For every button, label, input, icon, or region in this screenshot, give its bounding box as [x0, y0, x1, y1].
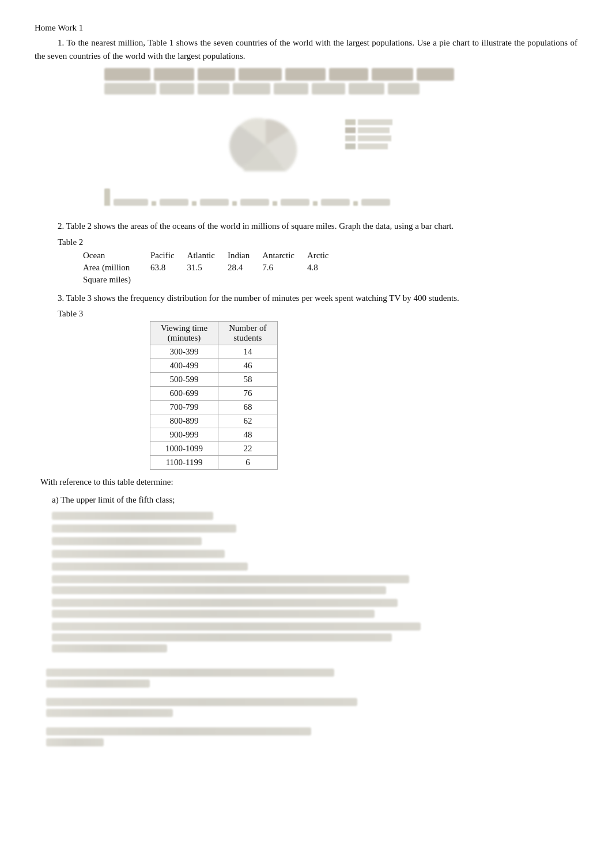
- students-count-cell: 58: [218, 373, 277, 387]
- indian-value: 28.4: [225, 262, 260, 274]
- table3-container: Viewing time (minutes) Number of student…: [150, 321, 577, 470]
- answers-section: [40, 512, 577, 746]
- viewing-time-cell: 400-499: [150, 359, 218, 373]
- table2-label: Table 2: [35, 237, 577, 247]
- table-row: Area (million 63.8 31.5 28.4 7.6 4.8: [81, 262, 339, 274]
- atlantic-header: Atlantic: [185, 250, 225, 262]
- answer-block-i: [40, 669, 577, 688]
- table-row: 1100-11996: [150, 456, 278, 470]
- students-count-cell: 14: [218, 345, 277, 359]
- answer-block-g: [40, 599, 577, 618]
- table1-placeholder: [35, 68, 577, 96]
- students-count-cell: 68: [218, 401, 277, 414]
- students-count-cell: 46: [218, 359, 277, 373]
- question2-text: 2. Table 2 shows the areas of the oceans…: [35, 220, 577, 233]
- subq-a: a) The upper limit of the fifth class;: [52, 493, 577, 507]
- students-count-cell: 22: [218, 442, 277, 456]
- table-row: 600-69976: [150, 387, 278, 401]
- question1-text: 1. To the nearest million, Table 1 shows…: [35, 36, 577, 62]
- arctic-value: 4.8: [305, 262, 339, 274]
- col1-header: Viewing time (minutes): [150, 322, 218, 345]
- question3-text: 3. Table 3 shows the frequency distribut…: [35, 292, 577, 305]
- pie-chart-placeholder: [35, 108, 577, 177]
- students-count-cell: 6: [218, 456, 277, 470]
- viewing-time-cell: 800-899: [150, 414, 218, 428]
- pacific-value: 63.8: [148, 262, 185, 274]
- table-row: 700-79968: [150, 401, 278, 414]
- viewing-time-cell: 500-599: [150, 373, 218, 387]
- table-row: Ocean Pacific Atlantic Indian Antarctic …: [81, 250, 339, 262]
- table-row: Square miles): [81, 274, 339, 286]
- chart1-placeholder: [35, 183, 577, 208]
- answer-block-k: [40, 727, 577, 746]
- students-count-cell: 76: [218, 387, 277, 401]
- antarctic-value: 7.6: [260, 262, 305, 274]
- col2-header: Number of students: [218, 322, 277, 345]
- answer-block-j: [40, 698, 577, 717]
- square-miles-label: Square miles): [81, 274, 148, 286]
- table-row: 1000-109922: [150, 442, 278, 456]
- answer-block-h: [40, 622, 577, 652]
- area-label: Area (million: [81, 262, 148, 274]
- answer-block-e: [40, 563, 577, 571]
- answer-block-c: [40, 537, 577, 545]
- table-row: 500-59958: [150, 373, 278, 387]
- viewing-time-cell: 900-999: [150, 428, 218, 442]
- table-row: 800-89962: [150, 414, 278, 428]
- viewing-time-cell: 700-799: [150, 401, 218, 414]
- reference-text: With reference to this table determine:: [40, 475, 577, 489]
- viewing-time-cell: 300-399: [150, 345, 218, 359]
- viewing-time-cell: 1000-1099: [150, 442, 218, 456]
- atlantic-value: 31.5: [185, 262, 225, 274]
- viewing-time-cell: 600-699: [150, 387, 218, 401]
- table3-label: Table 3: [35, 309, 577, 319]
- table-row: 900-99948: [150, 428, 278, 442]
- table3: Viewing time (minutes) Number of student…: [150, 321, 278, 470]
- answer-block-f: [40, 575, 577, 594]
- students-count-cell: 62: [218, 414, 277, 428]
- ocean-header: Ocean: [81, 250, 148, 262]
- answer-block-d: [40, 550, 577, 558]
- arctic-header: Arctic: [305, 250, 339, 262]
- viewing-time-cell: 1100-1199: [150, 456, 218, 470]
- indian-header: Indian: [225, 250, 260, 262]
- students-count-cell: 48: [218, 428, 277, 442]
- page-title: Home Work 1: [35, 23, 577, 33]
- table-row: 300-39914: [150, 345, 278, 359]
- table-row: 400-49946: [150, 359, 278, 373]
- answer-block-b: [40, 524, 577, 533]
- answer-block-a: [40, 512, 577, 520]
- ocean-table: Ocean Pacific Atlantic Indian Antarctic …: [81, 250, 339, 286]
- pacific-header: Pacific: [148, 250, 185, 262]
- antarctic-header: Antarctic: [260, 250, 305, 262]
- table-header-row: Viewing time (minutes) Number of student…: [150, 322, 278, 345]
- ocean-table-container: Ocean Pacific Atlantic Indian Antarctic …: [81, 250, 577, 286]
